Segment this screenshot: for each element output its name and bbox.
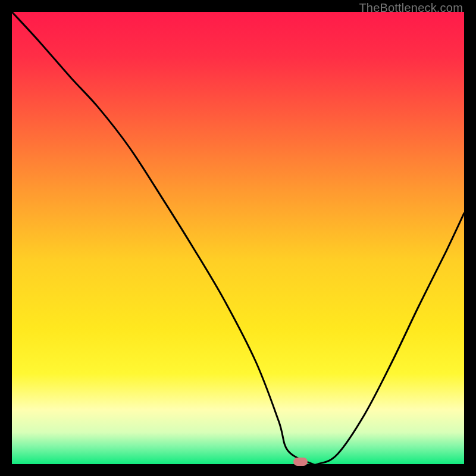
watermark-text: TheBottleneck.com	[359, 1, 463, 15]
chart-plot-area	[12, 12, 464, 464]
bottleneck-curve	[12, 12, 464, 464]
optimal-point-marker	[293, 458, 308, 466]
